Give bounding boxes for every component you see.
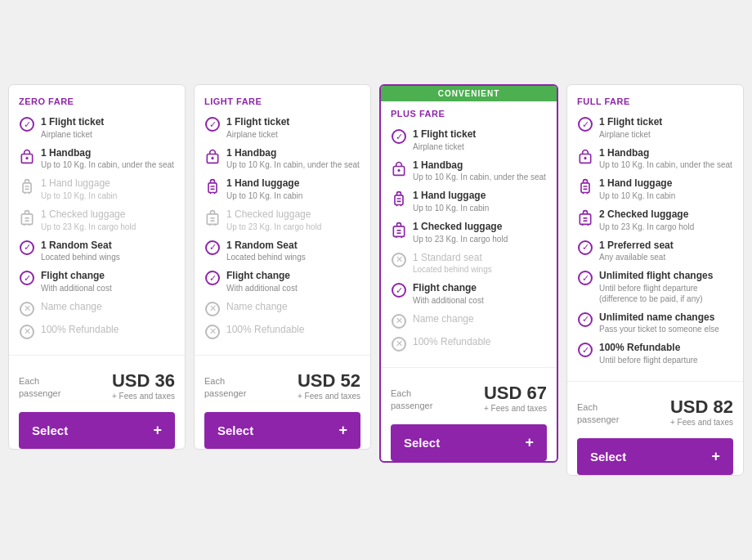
select-button-plus[interactable]: Select + — [391, 424, 547, 461]
feature-sub-full-2: Up to 10 Kg. In cabin — [599, 190, 733, 201]
plus-icon-light: + — [338, 422, 347, 439]
feature-text-light-0: 1 Flight ticketAirplane ticket — [226, 116, 360, 140]
feature-icon-light-3 — [204, 209, 221, 226]
feature-row-zero-6: ✕Name change — [19, 301, 175, 316]
select-button-light[interactable]: Select + — [204, 412, 360, 449]
select-label-zero: Select — [32, 423, 68, 437]
select-button-zero[interactable]: Select + — [19, 412, 175, 449]
price-row-plus: EachpassengerUSD 67+ Fees and taxes — [391, 376, 547, 418]
fare-card-light: LIGHT FARE✓1 Flight ticketAirplane ticke… — [194, 84, 371, 450]
feature-icon-zero-2 — [19, 178, 35, 195]
feature-name-full-5: Unlimited flight changes — [599, 270, 733, 283]
feature-row-plus-2: 1 Hand luggageUp to 10 Kg. In cabin — [391, 190, 547, 213]
feature-sub-full-5: Until before flight departure (differenc… — [599, 283, 733, 304]
feature-text-full-2: 1 Hand luggageUp to 10 Kg. In cabin — [599, 177, 733, 201]
feature-text-zero-3: 1 Checked luggageUp to 23 Kg. In cargo h… — [41, 208, 175, 232]
price-main-full: USD 82 — [670, 396, 733, 418]
price-note-light: + Fees and taxes — [298, 392, 360, 401]
fare-title-light: LIGHT FARE — [204, 96, 360, 106]
feature-text-plus-0: 1 Flight ticketAirplane ticket — [413, 128, 547, 152]
feature-name-plus-6: Name change — [413, 313, 547, 326]
price-block-light: USD 52+ Fees and taxes — [298, 370, 360, 401]
feature-text-full-3: 2 Checked luggageUp to 23 Kg. In cargo h… — [599, 208, 733, 232]
feature-text-zero-0: 1 Flight ticketAirplane ticket — [41, 116, 175, 140]
feature-text-light-6: Name change — [226, 301, 360, 314]
feature-row-full-4: ✓1 Preferred seatAny available seat — [577, 240, 733, 263]
feature-icon-full-0: ✓ — [577, 117, 593, 132]
feature-name-full-3: 2 Checked luggage — [599, 208, 733, 222]
feature-text-plus-5: Flight changeWith additional cost — [413, 282, 547, 306]
card-footer-plus: EachpassengerUSD 67+ Fees and taxes Sele… — [381, 367, 557, 461]
feature-icon-plus-3 — [391, 222, 407, 238]
feature-row-zero-4: ✓1 Random SeatLocated behind wings — [19, 240, 175, 263]
feature-text-plus-6: Name change — [413, 313, 547, 326]
passenger-label-plus: Eachpassenger — [391, 388, 432, 413]
price-block-full: USD 82+ Fees and taxes — [670, 396, 733, 427]
feature-name-light-2: 1 Hand luggage — [226, 177, 360, 190]
svg-rect-29 — [395, 195, 403, 205]
feature-icon-light-2 — [204, 178, 221, 195]
feature-text-light-4: 1 Random SeatLocated behind wings — [226, 240, 360, 263]
feature-row-full-1: 1 HandbagUp to 10 Kg. In cabin, under th… — [577, 147, 733, 171]
feature-name-zero-3: 1 Checked luggage — [41, 208, 175, 222]
card-footer-full: EachpassengerUSD 82+ Fees and taxes Sele… — [567, 381, 743, 475]
svg-rect-47 — [580, 214, 590, 225]
feature-sub-full-4: Any available seat — [599, 252, 733, 262]
feature-row-full-2: 1 Hand luggageUp to 10 Kg. In cabin — [577, 177, 733, 201]
select-label-plus: Select — [404, 436, 440, 450]
feature-icon-full-2 — [577, 178, 593, 195]
plus-icon-zero: + — [153, 422, 162, 439]
svg-rect-21 — [207, 214, 217, 225]
feature-icon-light-5: ✓ — [204, 271, 221, 285]
feature-icon-light-4: ✓ — [204, 240, 221, 255]
price-row-zero: EachpassengerUSD 36+ Fees and taxes — [19, 364, 175, 405]
feature-text-full-0: 1 Flight ticketAirplane ticket — [599, 116, 733, 140]
feature-text-zero-5: Flight changeWith additional cost — [41, 270, 175, 293]
price-note-zero: + Fees and taxes — [112, 392, 175, 401]
feature-text-plus-1: 1 HandbagUp to 10 Kg. In cabin, under th… — [413, 159, 547, 183]
feature-name-plus-7: 100% Refundable — [413, 336, 547, 349]
feature-name-light-4: 1 Random Seat — [226, 240, 360, 253]
price-main-light: USD 52 — [298, 370, 360, 392]
fare-cards-container: ZERO FARE✓1 Flight ticketAirplane ticket… — [0, 68, 752, 492]
feature-icon-zero-1 — [19, 148, 35, 164]
feature-row-full-5: ✓Unlimited flight changesUntil before fl… — [577, 270, 733, 304]
svg-rect-8 — [21, 214, 32, 225]
fare-title-full: FULL FARE — [577, 96, 733, 106]
feature-text-zero-7: 100% Refundable — [41, 324, 175, 337]
plus-icon-plus: + — [525, 434, 534, 451]
feature-name-plus-5: Flight change — [413, 282, 547, 295]
feature-icon-plus-0: ✓ — [391, 129, 407, 144]
feature-sub-plus-4: Located behind wings — [413, 264, 547, 275]
feature-name-plus-3: 1 Checked luggage — [413, 221, 547, 234]
feature-text-full-4: 1 Preferred seatAny available seat — [599, 240, 733, 263]
feature-row-light-7: ✕100% Refundable — [204, 324, 360, 339]
feature-icon-full-4: ✓ — [577, 240, 593, 255]
feature-row-plus-0: ✓1 Flight ticketAirplane ticket — [391, 128, 547, 152]
feature-icon-full-3 — [577, 209, 593, 226]
feature-sub-full-3: Up to 23 Kg. In cargo hold — [599, 222, 733, 232]
feature-sub-zero-0: Airplane ticket — [41, 129, 175, 140]
feature-name-full-1: 1 Handbag — [599, 147, 733, 160]
feature-row-light-4: ✓1 Random SeatLocated behind wings — [204, 240, 360, 263]
feature-text-zero-1: 1 HandbagUp to 10 Kg. In cabin, under th… — [41, 147, 175, 171]
feature-row-zero-1: 1 HandbagUp to 10 Kg. In cabin, under th… — [19, 147, 175, 171]
passenger-label-full: Eachpassenger — [577, 401, 619, 427]
feature-text-plus-3: 1 Checked luggageUp to 23 Kg. In cargo h… — [413, 221, 547, 244]
feature-icon-zero-4: ✓ — [19, 240, 35, 255]
feature-name-light-7: 100% Refundable — [226, 324, 360, 337]
feature-text-plus-7: 100% Refundable — [413, 336, 547, 349]
feature-sub-zero-5: With additional cost — [41, 283, 175, 293]
feature-name-plus-0: 1 Flight ticket — [413, 128, 547, 141]
feature-name-zero-4: 1 Random Seat — [41, 240, 175, 253]
feature-sub-full-7: Until before flight departure — [599, 355, 733, 365]
price-note-full: + Fees and taxes — [670, 418, 733, 427]
fare-card-plus: CONVENIENTPLUS FARE✓1 Flight ticketAirpl… — [379, 84, 558, 463]
feature-sub-light-1: Up to 10 Kg. In cabin, under the seat — [226, 159, 360, 170]
feature-icon-full-1 — [577, 148, 593, 164]
fare-title-zero: ZERO FARE — [19, 96, 175, 106]
select-button-full[interactable]: Select + — [577, 438, 733, 475]
feature-text-light-2: 1 Hand luggageUp to 10 Kg. In cabin — [226, 177, 360, 201]
feature-sub-zero-4: Located behind wings — [41, 252, 175, 262]
feature-row-light-2: 1 Hand luggageUp to 10 Kg. In cabin — [204, 177, 360, 201]
